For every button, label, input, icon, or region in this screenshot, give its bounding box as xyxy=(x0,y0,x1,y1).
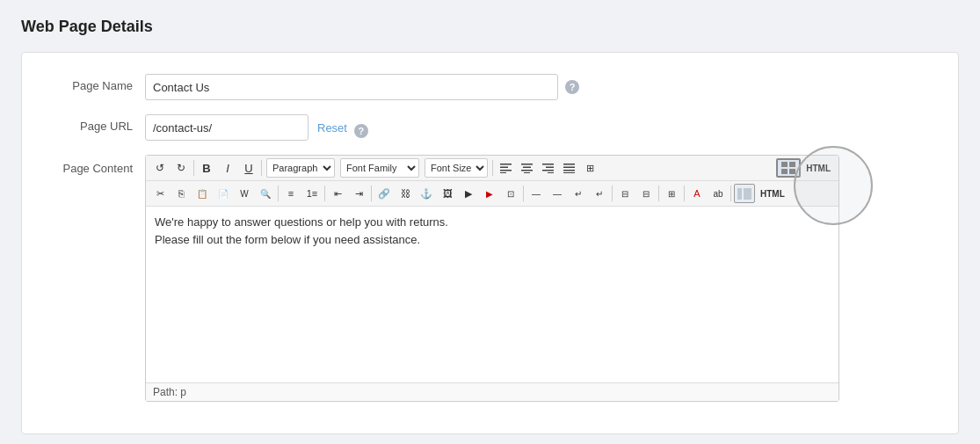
tb-extra3[interactable]: ↵ xyxy=(569,184,588,203)
paste-text-button[interactable]: 📄 xyxy=(214,184,233,203)
editor-path: Path: p xyxy=(146,382,838,401)
media-button[interactable]: ▶ xyxy=(459,184,478,203)
svg-rect-12 xyxy=(563,164,575,165)
ordered-list-button[interactable]: 1≡ xyxy=(302,184,322,203)
editor-content[interactable]: We're happy to answer questions or help … xyxy=(146,207,838,382)
svg-rect-21 xyxy=(744,188,751,200)
redo-button[interactable]: ↻ xyxy=(171,158,191,178)
youtube-button[interactable]: ▶ xyxy=(480,184,499,203)
underline-button[interactable]: U xyxy=(239,158,258,178)
svg-rect-13 xyxy=(563,167,575,169)
link-button[interactable]: 🔗 xyxy=(374,184,394,203)
toolbar-divider-6 xyxy=(371,186,372,201)
svg-rect-8 xyxy=(542,164,554,165)
toolbar-divider-10 xyxy=(684,186,685,201)
copy-button[interactable]: ⎘ xyxy=(171,184,191,203)
source-button2[interactable] xyxy=(734,184,755,203)
visual-mode-button[interactable] xyxy=(776,158,801,178)
toolbar-divider-9 xyxy=(658,186,659,201)
reset-link[interactable]: Reset xyxy=(317,121,347,135)
svg-rect-7 xyxy=(524,172,530,173)
bold-button[interactable]: B xyxy=(197,158,216,178)
page-content-row: Page Content ↺ ↻ B I U Paragraph xyxy=(40,155,940,402)
unordered-list-button[interactable]: ≡ xyxy=(281,184,301,203)
align-justify-button[interactable] xyxy=(559,158,578,178)
form-card: Page Name ? Page URL Reset ? Page Conten… xyxy=(21,52,959,434)
undo-button[interactable]: ↺ xyxy=(150,158,170,178)
toolbar-divider-3 xyxy=(492,160,493,176)
svg-rect-4 xyxy=(521,164,533,165)
page-name-input[interactable] xyxy=(145,74,558,100)
highlight-button[interactable]: ab xyxy=(708,184,728,203)
tb-extra6[interactable]: ⊟ xyxy=(636,184,656,203)
font-color-button[interactable]: A xyxy=(687,184,707,203)
page-url-row: Page URL Reset ? xyxy=(40,114,940,141)
svg-rect-6 xyxy=(521,170,533,171)
svg-rect-14 xyxy=(563,170,575,171)
toolbar-row1: ↺ ↻ B I U Paragraph Font Family xyxy=(146,156,838,181)
page-wrapper: Web Page Details Page Name ? Page URL Re… xyxy=(0,0,980,444)
toolbar-divider-7 xyxy=(523,186,524,201)
svg-rect-11 xyxy=(548,172,554,173)
unlink-button[interactable]: ⛓ xyxy=(396,184,415,203)
html-source-button[interactable]: HTML xyxy=(757,184,788,203)
html-mode-button[interactable]: HTML xyxy=(802,158,834,178)
anchor-button[interactable]: ⚓ xyxy=(417,184,436,203)
toolbar-divider-8 xyxy=(612,186,613,201)
toolbar-divider-1 xyxy=(193,160,194,176)
paragraph-select[interactable]: Paragraph xyxy=(266,158,335,178)
svg-rect-1 xyxy=(500,167,508,169)
tb-extra5[interactable]: ⊟ xyxy=(615,184,635,203)
page-url-help-icon[interactable]: ? xyxy=(354,124,368,138)
find-button[interactable]: 🔍 xyxy=(256,184,275,203)
tb-extra2[interactable]: — xyxy=(548,184,567,203)
outdent-button[interactable]: ⇤ xyxy=(328,184,347,203)
image-button[interactable]: 🖼 xyxy=(438,184,457,203)
align-right-button[interactable] xyxy=(538,158,557,178)
align-center-button[interactable] xyxy=(517,158,536,178)
italic-button[interactable]: I xyxy=(218,158,237,178)
indent-button[interactable]: ⇥ xyxy=(349,184,368,203)
table2-button[interactable]: ⊞ xyxy=(662,184,681,203)
svg-rect-18 xyxy=(781,169,788,174)
page-content-label: Page Content xyxy=(40,155,145,175)
toolbar-divider-4 xyxy=(278,186,279,201)
toolbar-divider-5 xyxy=(324,186,325,201)
toolbar-divider-11 xyxy=(730,186,731,201)
font-size-select[interactable]: Font Size xyxy=(425,158,488,178)
template-button[interactable]: ⊡ xyxy=(501,184,520,203)
page-name-row: Page Name ? xyxy=(40,74,940,100)
editor-area: ↺ ↻ B I U Paragraph Font Family xyxy=(145,155,839,402)
svg-rect-10 xyxy=(542,170,554,171)
table-button[interactable]: ⊞ xyxy=(580,158,599,178)
svg-rect-9 xyxy=(546,167,554,169)
cut-button[interactable]: ✂ xyxy=(150,184,170,203)
page-name-label: Page Name xyxy=(40,74,145,92)
svg-rect-2 xyxy=(500,170,512,171)
page-url-input[interactable] xyxy=(145,114,309,141)
svg-rect-0 xyxy=(500,164,512,165)
align-left-button[interactable] xyxy=(496,158,515,178)
svg-rect-16 xyxy=(781,162,788,167)
toolbar-row2: ✂ ⎘ 📋 📄 W 🔍 ≡ 1≡ ⇤ ⇥ 🔗 ⛓ xyxy=(146,181,838,207)
toolbar-divider-2 xyxy=(261,160,262,176)
editor-paragraph: We're happy to answer questions or help … xyxy=(155,214,830,248)
svg-rect-5 xyxy=(523,167,531,169)
tb-extra1[interactable]: — xyxy=(526,184,546,203)
font-family-select[interactable]: Font Family xyxy=(340,158,419,178)
editor-wrapper: ↺ ↻ B I U Paragraph Font Family xyxy=(145,155,839,402)
page-url-label: Page URL xyxy=(40,114,145,133)
paste-word-button[interactable]: W xyxy=(235,184,254,203)
svg-rect-20 xyxy=(737,188,742,200)
svg-rect-17 xyxy=(789,162,795,167)
tb-extra4[interactable]: ↵ xyxy=(590,184,609,203)
svg-rect-19 xyxy=(789,169,795,174)
svg-rect-15 xyxy=(563,172,575,173)
page-title: Web Page Details xyxy=(21,18,959,36)
url-input-group: Reset ? xyxy=(145,114,368,141)
page-name-help-icon[interactable]: ? xyxy=(565,80,579,94)
paste-button[interactable]: 📋 xyxy=(192,184,212,203)
svg-rect-3 xyxy=(500,172,506,173)
